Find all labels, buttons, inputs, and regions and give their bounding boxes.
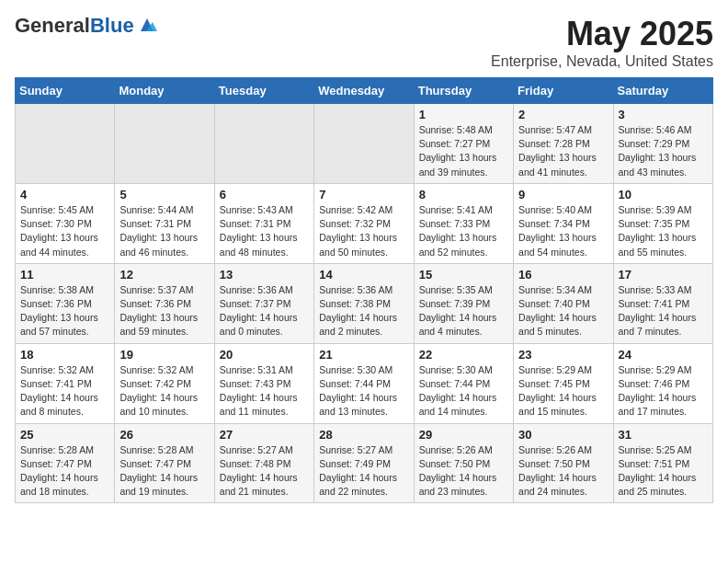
calendar-week-row: 18Sunrise: 5:32 AMSunset: 7:41 PMDayligh… <box>16 343 713 423</box>
day-detail: Sunrise: 5:27 AMSunset: 7:48 PMDaylight:… <box>220 443 309 500</box>
day-detail: Sunrise: 5:34 AMSunset: 7:40 PMDaylight:… <box>518 283 608 339</box>
calendar-cell: 19Sunrise: 5:32 AMSunset: 7:42 PMDayligh… <box>115 343 214 423</box>
calendar-cell: 18Sunrise: 5:32 AMSunset: 7:41 PMDayligh… <box>16 343 115 423</box>
day-detail: Sunrise: 5:30 AMSunset: 7:44 PMDaylight:… <box>419 363 508 419</box>
calendar-cell: 24Sunrise: 5:29 AMSunset: 7:46 PMDayligh… <box>613 343 712 423</box>
calendar-cell: 8Sunrise: 5:41 AMSunset: 7:33 PMDaylight… <box>414 183 513 263</box>
calendar-cell: 10Sunrise: 5:39 AMSunset: 7:35 PMDayligh… <box>613 183 712 263</box>
calendar-cell: 21Sunrise: 5:30 AMSunset: 7:44 PMDayligh… <box>314 343 414 423</box>
day-detail: Sunrise: 5:27 AMSunset: 7:49 PMDaylight:… <box>319 443 408 500</box>
weekday-header-saturday: Saturday <box>613 78 712 104</box>
calendar-week-row: 11Sunrise: 5:38 AMSunset: 7:36 PMDayligh… <box>16 263 713 343</box>
calendar-cell <box>314 104 414 184</box>
day-number: 24 <box>619 348 708 362</box>
day-detail: Sunrise: 5:42 AMSunset: 7:32 PMDaylight:… <box>319 203 408 259</box>
weekday-header-tuesday: Tuesday <box>214 78 313 104</box>
day-number: 11 <box>20 268 109 282</box>
day-detail: Sunrise: 5:29 AMSunset: 7:46 PMDaylight:… <box>619 363 708 419</box>
day-number: 21 <box>319 348 408 362</box>
calendar-week-row: 25Sunrise: 5:28 AMSunset: 7:47 PMDayligh… <box>16 423 713 503</box>
day-number: 23 <box>518 348 608 362</box>
weekday-header-friday: Friday <box>514 78 613 104</box>
day-number: 25 <box>20 428 109 442</box>
day-number: 26 <box>119 428 209 442</box>
day-number: 15 <box>419 268 508 282</box>
calendar-cell <box>214 104 313 184</box>
calendar-cell: 25Sunrise: 5:28 AMSunset: 7:47 PMDayligh… <box>16 423 115 503</box>
title-block: May 2025 Enterprise, Nevada, United Stat… <box>491 15 713 70</box>
calendar-cell: 30Sunrise: 5:26 AMSunset: 7:50 PMDayligh… <box>514 423 613 503</box>
logo-blue-text: Blue <box>90 14 134 37</box>
calendar-cell: 6Sunrise: 5:43 AMSunset: 7:31 PMDaylight… <box>214 183 313 263</box>
day-number: 5 <box>119 188 209 201</box>
day-number: 9 <box>518 188 608 201</box>
day-detail: Sunrise: 5:47 AMSunset: 7:28 PMDaylight:… <box>518 123 608 179</box>
calendar-week-row: 1Sunrise: 5:48 AMSunset: 7:27 PMDaylight… <box>16 104 713 184</box>
day-number: 12 <box>119 268 209 282</box>
day-number: 31 <box>619 428 708 442</box>
weekday-header-monday: Monday <box>115 78 214 104</box>
day-detail: Sunrise: 5:33 AMSunset: 7:41 PMDaylight:… <box>619 283 708 339</box>
day-detail: Sunrise: 5:41 AMSunset: 7:33 PMDaylight:… <box>419 203 508 259</box>
calendar-cell <box>115 104 214 184</box>
day-number: 14 <box>319 268 408 282</box>
day-detail: Sunrise: 5:28 AMSunset: 7:47 PMDaylight:… <box>119 443 209 500</box>
day-number: 2 <box>518 108 608 121</box>
day-detail: Sunrise: 5:30 AMSunset: 7:44 PMDaylight:… <box>319 363 408 419</box>
day-detail: Sunrise: 5:26 AMSunset: 7:50 PMDaylight:… <box>419 443 508 500</box>
day-detail: Sunrise: 5:36 AMSunset: 7:37 PMDaylight:… <box>220 283 309 339</box>
day-number: 28 <box>319 428 408 442</box>
calendar-cell: 20Sunrise: 5:31 AMSunset: 7:43 PMDayligh… <box>214 343 313 423</box>
calendar-cell: 31Sunrise: 5:25 AMSunset: 7:51 PMDayligh… <box>613 423 712 503</box>
calendar-week-row: 4Sunrise: 5:45 AMSunset: 7:30 PMDaylight… <box>16 183 713 263</box>
day-detail: Sunrise: 5:25 AMSunset: 7:51 PMDaylight:… <box>619 443 708 500</box>
logo: GeneralBlue <box>15 15 157 37</box>
calendar-cell: 27Sunrise: 5:27 AMSunset: 7:48 PMDayligh… <box>214 423 313 503</box>
calendar-cell: 4Sunrise: 5:45 AMSunset: 7:30 PMDaylight… <box>16 183 115 263</box>
calendar-title: May 2025 <box>491 15 713 53</box>
day-number: 3 <box>619 108 708 121</box>
day-detail: Sunrise: 5:29 AMSunset: 7:45 PMDaylight:… <box>518 363 608 419</box>
day-number: 17 <box>619 268 708 282</box>
calendar-cell: 14Sunrise: 5:36 AMSunset: 7:38 PMDayligh… <box>314 263 414 343</box>
day-number: 18 <box>20 348 109 362</box>
day-number: 10 <box>619 188 708 201</box>
day-number: 19 <box>119 348 209 362</box>
page-header: GeneralBlue May 2025 Enterprise, Nevada,… <box>15 15 713 70</box>
calendar-cell: 5Sunrise: 5:44 AMSunset: 7:31 PMDaylight… <box>115 183 214 263</box>
logo-general-text: General <box>15 14 90 37</box>
day-detail: Sunrise: 5:48 AMSunset: 7:27 PMDaylight:… <box>419 123 508 179</box>
calendar-cell: 23Sunrise: 5:29 AMSunset: 7:45 PMDayligh… <box>514 343 613 423</box>
calendar-cell: 1Sunrise: 5:48 AMSunset: 7:27 PMDaylight… <box>414 104 513 184</box>
day-detail: Sunrise: 5:39 AMSunset: 7:35 PMDaylight:… <box>619 203 708 259</box>
day-number: 8 <box>419 188 508 201</box>
logo-icon <box>137 15 157 35</box>
calendar-cell: 22Sunrise: 5:30 AMSunset: 7:44 PMDayligh… <box>414 343 513 423</box>
weekday-header-row: SundayMondayTuesdayWednesdayThursdayFrid… <box>16 78 713 104</box>
calendar-cell: 26Sunrise: 5:28 AMSunset: 7:47 PMDayligh… <box>115 423 214 503</box>
calendar-cell: 15Sunrise: 5:35 AMSunset: 7:39 PMDayligh… <box>414 263 513 343</box>
calendar-subtitle: Enterprise, Nevada, United States <box>491 53 713 70</box>
calendar-cell: 28Sunrise: 5:27 AMSunset: 7:49 PMDayligh… <box>314 423 414 503</box>
weekday-header-wednesday: Wednesday <box>314 78 414 104</box>
calendar-cell: 16Sunrise: 5:34 AMSunset: 7:40 PMDayligh… <box>514 263 613 343</box>
day-number: 1 <box>419 108 508 121</box>
day-detail: Sunrise: 5:31 AMSunset: 7:43 PMDaylight:… <box>220 363 309 419</box>
calendar-cell: 7Sunrise: 5:42 AMSunset: 7:32 PMDaylight… <box>314 183 414 263</box>
calendar-cell: 13Sunrise: 5:36 AMSunset: 7:37 PMDayligh… <box>214 263 313 343</box>
day-detail: Sunrise: 5:37 AMSunset: 7:36 PMDaylight:… <box>119 283 209 339</box>
day-number: 7 <box>319 188 408 201</box>
day-number: 6 <box>220 188 309 201</box>
calendar-cell: 3Sunrise: 5:46 AMSunset: 7:29 PMDaylight… <box>613 104 712 184</box>
day-number: 16 <box>518 268 608 282</box>
day-detail: Sunrise: 5:36 AMSunset: 7:38 PMDaylight:… <box>319 283 408 339</box>
calendar-cell: 9Sunrise: 5:40 AMSunset: 7:34 PMDaylight… <box>514 183 613 263</box>
calendar-cell: 17Sunrise: 5:33 AMSunset: 7:41 PMDayligh… <box>613 263 712 343</box>
calendar-table: SundayMondayTuesdayWednesdayThursdayFrid… <box>15 77 713 503</box>
day-detail: Sunrise: 5:38 AMSunset: 7:36 PMDaylight:… <box>20 283 109 339</box>
weekday-header-sunday: Sunday <box>16 78 115 104</box>
day-number: 13 <box>220 268 309 282</box>
day-detail: Sunrise: 5:35 AMSunset: 7:39 PMDaylight:… <box>419 283 508 339</box>
calendar-cell: 11Sunrise: 5:38 AMSunset: 7:36 PMDayligh… <box>16 263 115 343</box>
day-detail: Sunrise: 5:46 AMSunset: 7:29 PMDaylight:… <box>619 123 708 179</box>
